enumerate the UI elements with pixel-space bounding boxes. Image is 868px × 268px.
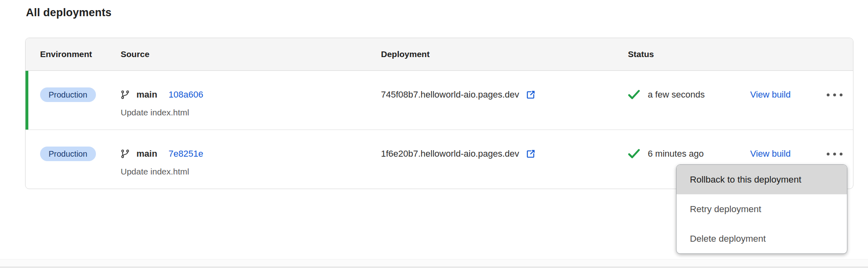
- table-row: Production main 108a606 Update index.htm…: [26, 71, 853, 130]
- more-actions-button[interactable]: [827, 85, 853, 104]
- page-title: All deployments: [26, 6, 112, 19]
- column-header-deployment: Deployment: [381, 49, 628, 59]
- commit-link[interactable]: 7e8251e: [168, 149, 203, 159]
- external-link-icon[interactable]: [525, 89, 536, 100]
- git-branch-icon: [121, 149, 130, 158]
- success-check-icon: [628, 89, 640, 100]
- commit-message: Update index.html: [121, 107, 381, 118]
- branch-name: main: [136, 149, 157, 159]
- menu-item-rollback[interactable]: Rollback to this deployment: [677, 165, 847, 194]
- menu-item-retry[interactable]: Retry deployment: [677, 194, 847, 224]
- current-deployment-indicator: [26, 71, 28, 130]
- more-actions-button[interactable]: [827, 145, 853, 163]
- column-header-status: Status: [628, 49, 750, 59]
- view-build-link[interactable]: View build: [750, 149, 791, 159]
- page-bottom-divider: [0, 259, 868, 268]
- table-header-row: Environment Source Deployment Status: [26, 38, 853, 71]
- branch-name: main: [136, 89, 157, 100]
- menu-item-delete[interactable]: Delete deployment: [677, 224, 847, 253]
- environment-badge: Production: [40, 147, 96, 161]
- environment-badge: Production: [40, 87, 96, 102]
- view-build-link[interactable]: View build: [750, 89, 791, 100]
- commit-link[interactable]: 108a606: [168, 89, 203, 100]
- git-branch-icon: [121, 90, 130, 99]
- external-link-icon[interactable]: [525, 149, 536, 160]
- status-time: a few seconds: [648, 89, 705, 100]
- commit-message: Update index.html: [121, 166, 381, 177]
- column-header-environment: Environment: [26, 49, 121, 59]
- status-time: 6 minutes ago: [648, 149, 704, 159]
- deployment-url: 1f6e20b7.helloworld-aio.pages.dev: [381, 149, 519, 159]
- deployment-url: 745f08b7.helloworld-aio.pages.dev: [381, 89, 519, 100]
- deployment-actions-menu: Rollback to this deployment Retry deploy…: [676, 164, 847, 254]
- success-check-icon: [628, 149, 640, 159]
- column-header-source: Source: [121, 49, 381, 59]
